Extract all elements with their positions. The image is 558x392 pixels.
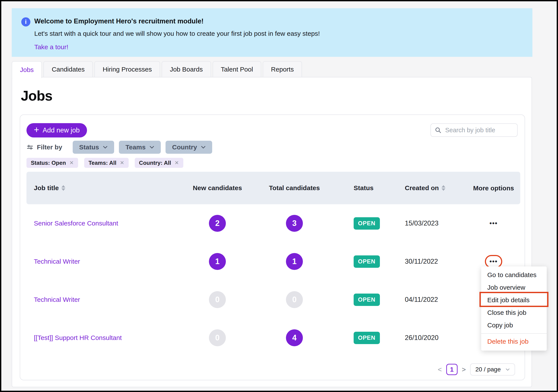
more-options-button[interactable]: ••• bbox=[489, 220, 498, 227]
search-box bbox=[430, 123, 518, 137]
table-row: [[Test]] Support HR Consultant 0 4 OPEN … bbox=[26, 319, 520, 357]
header-status: Status bbox=[341, 184, 395, 192]
new-candidates-badge: 2 bbox=[209, 215, 226, 232]
page-size-value: 20 / page bbox=[475, 366, 501, 373]
tab-hiring-processes[interactable]: Hiring Processes bbox=[94, 61, 160, 77]
sort-created-on-icon[interactable] bbox=[442, 185, 445, 191]
table-row: Technical Writer 1 1 OPEN 30/11/2022 ••• bbox=[26, 242, 520, 281]
table-row: Senior Salesforce Consultant 2 3 OPEN 15… bbox=[26, 204, 520, 242]
banner-subtitle: Let's start with a quick tour and we wil… bbox=[34, 30, 320, 37]
jobs-panel: Jobs + Add new job bbox=[12, 77, 532, 387]
teams-dropdown-label: Teams bbox=[125, 144, 146, 151]
pagination: < 1 > 20 / page bbox=[438, 363, 515, 375]
menu-item-delete-this-job[interactable]: Delete this job bbox=[481, 334, 547, 349]
status-badge: OPEN bbox=[354, 332, 380, 344]
page-title: Jobs bbox=[21, 88, 52, 104]
header-new-candidates: New candidates bbox=[187, 184, 248, 192]
job-title-link[interactable]: Technical Writer bbox=[34, 296, 80, 303]
table-row: Technical Writer 0 0 OPEN 04/11/2022 ••• bbox=[26, 281, 520, 319]
menu-item-job-overview[interactable]: Job overview bbox=[481, 281, 547, 294]
table-header: Job title New candidates Total candidate… bbox=[26, 172, 520, 204]
total-candidates-badge: 0 bbox=[286, 291, 303, 308]
chevron-down-icon bbox=[149, 146, 154, 149]
job-title-link[interactable]: [[Test]] Support HR Consultant bbox=[34, 334, 122, 341]
jobs-table: Job title New candidates Total candidate… bbox=[26, 172, 520, 357]
chip-close-icon[interactable]: ✕ bbox=[120, 160, 124, 166]
filter-by-label: Filter by bbox=[26, 144, 62, 151]
chip-label: Status: Open bbox=[31, 160, 66, 166]
module-tabs: Jobs Candidates Hiring Processes Job Boa… bbox=[12, 61, 302, 78]
add-new-job-button[interactable]: + Add new job bbox=[26, 123, 87, 137]
menu-divider bbox=[481, 333, 547, 334]
menu-item-go-to-candidates[interactable]: Go to candidates bbox=[481, 269, 547, 281]
job-title-link[interactable]: Senior Salesforce Consultant bbox=[34, 220, 118, 227]
previous-page-button[interactable]: < bbox=[438, 366, 442, 374]
filter-sliders-icon bbox=[26, 144, 33, 151]
welcome-banner: i Welcome to Employment Hero's recruitme… bbox=[12, 8, 532, 57]
chip-close-icon[interactable]: ✕ bbox=[70, 160, 74, 166]
header-job-title: Job title bbox=[34, 184, 59, 192]
created-on-date: 30/11/2022 bbox=[405, 258, 438, 265]
chip-label: Country: All bbox=[139, 160, 171, 166]
tab-jobs[interactable]: Jobs bbox=[12, 61, 42, 78]
tab-candidates[interactable]: Candidates bbox=[44, 61, 93, 77]
status-badge: OPEN bbox=[354, 256, 380, 268]
total-candidates-badge: 4 bbox=[286, 329, 303, 346]
next-page-button[interactable]: > bbox=[462, 366, 466, 374]
chip-label: Teams: All bbox=[88, 160, 116, 166]
chip-status-open[interactable]: Status: Open ✕ bbox=[26, 158, 78, 168]
job-title-link[interactable]: Technical Writer bbox=[34, 258, 80, 265]
header-created-on: Created on bbox=[405, 184, 439, 192]
total-candidates-badge: 1 bbox=[286, 253, 303, 270]
new-candidates-badge: 1 bbox=[209, 253, 226, 270]
tab-job-boards[interactable]: Job Boards bbox=[162, 61, 211, 77]
filter-by-text: Filter by bbox=[37, 144, 62, 151]
chip-close-icon[interactable]: ✕ bbox=[174, 160, 179, 166]
active-filter-chips: Status: Open ✕ Teams: All ✕ Country: All… bbox=[26, 158, 183, 168]
info-icon: i bbox=[21, 17, 30, 26]
sort-job-title-icon[interactable] bbox=[61, 185, 65, 191]
total-candidates-badge: 3 bbox=[286, 215, 303, 232]
menu-item-edit-job-details[interactable]: Edit job details bbox=[481, 294, 547, 306]
created-on-date: 26/10/2020 bbox=[405, 334, 438, 341]
country-dropdown-label: Country bbox=[172, 144, 197, 151]
current-page-button[interactable]: 1 bbox=[446, 364, 458, 375]
more-options-button-highlighted[interactable]: ••• bbox=[485, 255, 502, 268]
recruitment-module-screen: i Welcome to Employment Hero's recruitme… bbox=[0, 0, 558, 392]
ellipsis-icon: ••• bbox=[489, 220, 498, 227]
created-on-date: 15/03/2023 bbox=[405, 219, 438, 227]
chip-teams-all[interactable]: Teams: All ✕ bbox=[84, 158, 129, 168]
info-icon-glyph: i bbox=[25, 18, 27, 25]
chevron-down-icon bbox=[506, 368, 510, 371]
teams-filter-dropdown[interactable]: Teams bbox=[119, 141, 161, 154]
status-filter-dropdown[interactable]: Status bbox=[73, 141, 114, 154]
take-a-tour-link[interactable]: Take a tour! bbox=[34, 43, 68, 51]
search-icon bbox=[435, 127, 441, 133]
banner-title: Welcome to Employment Hero's recruitment… bbox=[34, 17, 203, 25]
status-dropdown-label: Status bbox=[79, 144, 99, 151]
page-size-select[interactable]: 20 / page bbox=[470, 363, 515, 375]
search-input[interactable] bbox=[445, 126, 513, 134]
ellipsis-icon: ••• bbox=[489, 258, 498, 265]
status-badge: OPEN bbox=[354, 217, 380, 230]
new-candidates-badge: 0 bbox=[209, 329, 226, 346]
chip-country-all[interactable]: Country: All ✕ bbox=[135, 158, 183, 168]
row-context-menu: Go to candidates Job overview Edit job d… bbox=[481, 266, 547, 350]
filter-row: Filter by Status Teams Country bbox=[26, 140, 217, 154]
add-new-job-label: Add new job bbox=[43, 126, 80, 134]
tab-reports[interactable]: Reports bbox=[263, 61, 302, 77]
tab-talent-pool[interactable]: Talent Pool bbox=[213, 61, 261, 77]
new-candidates-badge: 0 bbox=[209, 291, 226, 308]
created-on-date: 04/11/2022 bbox=[405, 296, 438, 303]
header-total-candidates: Total candidates bbox=[248, 184, 341, 192]
jobs-card: + Add new job Filter bbox=[20, 114, 525, 380]
chevron-down-icon bbox=[103, 146, 108, 149]
menu-item-copy-job[interactable]: Copy job bbox=[481, 319, 547, 332]
header-more-options: More options bbox=[467, 184, 520, 192]
menu-item-close-this-job[interactable]: Close this job bbox=[481, 306, 547, 319]
status-badge: OPEN bbox=[354, 294, 380, 306]
country-filter-dropdown[interactable]: Country bbox=[166, 141, 212, 154]
chevron-down-icon bbox=[201, 146, 206, 149]
